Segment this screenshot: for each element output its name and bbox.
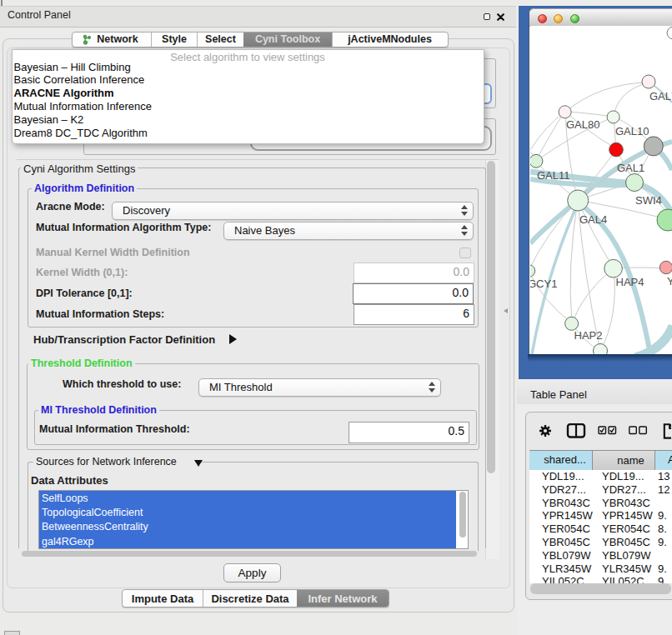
svg-text:SWI4: SWI4 [635,194,662,207]
svg-text:GAL11: GAL11 [537,169,570,182]
svg-text:GAL7: GAL7 [649,90,672,102]
svg-text:YE: YE [667,275,672,288]
svg-text:GAL80: GAL80 [566,118,599,131]
svg-text:HAP4: HAP4 [616,276,644,288]
svg-text:GAL1: GAL1 [617,162,644,174]
svg-text:GAL4: GAL4 [579,213,607,226]
svg-text:GCY1: GCY1 [530,278,557,290]
svg-text:HAP2: HAP2 [574,329,603,342]
svg-text:GAL10: GAL10 [615,125,649,138]
